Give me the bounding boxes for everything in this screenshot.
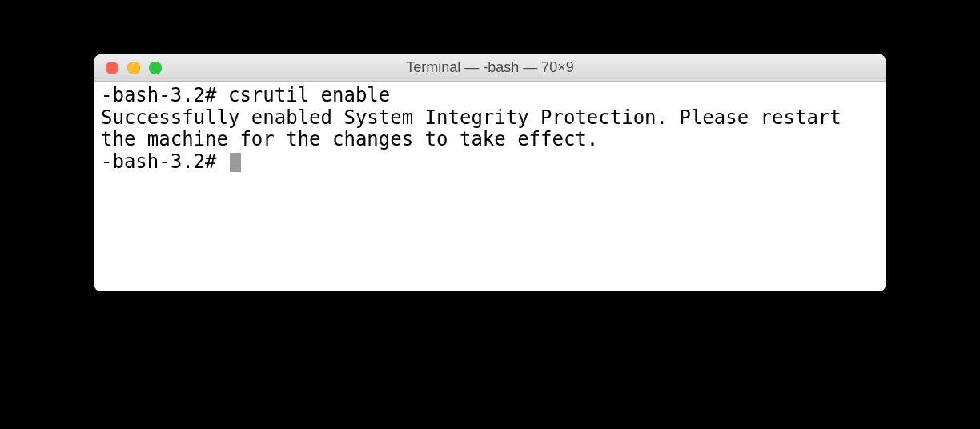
close-icon[interactable] xyxy=(106,62,118,74)
traffic-lights xyxy=(94,62,162,74)
terminal-window: Terminal — -bash — 70×9 -bash-3.2# csrut… xyxy=(94,54,886,291)
minimize-icon[interactable] xyxy=(127,62,140,74)
shell-prompt: -bash-3.2# xyxy=(101,84,228,106)
output-text: Successfully enabled System Integrity Pr… xyxy=(101,107,879,151)
cursor-icon xyxy=(230,153,241,172)
shell-prompt: -bash-3.2# xyxy=(101,150,228,173)
command-text: csrutil enable xyxy=(228,84,390,106)
window-titlebar[interactable]: Terminal — -bash — 70×9 xyxy=(94,54,886,82)
zoom-icon[interactable] xyxy=(149,62,162,74)
terminal-body[interactable]: -bash-3.2# csrutil enableSuccessfully en… xyxy=(94,82,886,291)
window-title: Terminal — -bash — 70×9 xyxy=(94,59,886,76)
